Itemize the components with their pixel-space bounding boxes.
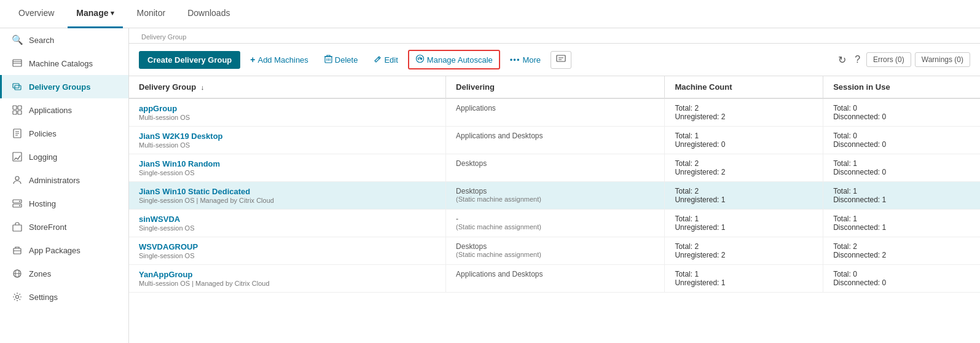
sidebar-item-logging[interactable]: Logging <box>0 145 128 168</box>
svg-point-25 <box>16 296 19 299</box>
sidebar-item-delivery-groups[interactable]: Delivery Groups <box>0 75 128 98</box>
edit-icon <box>374 55 382 65</box>
cell-machines-sinWSVDA: Total: 1 Unregistered: 1 <box>665 210 823 237</box>
row-subtitle: Multi-session OS | Managed by Citrix Clo… <box>139 280 436 287</box>
sort-arrow: ↓ <box>201 84 205 91</box>
cell-name-sinWSVDA: sinWSVDA Single-session OS <box>129 210 446 237</box>
nav-downloads[interactable]: Downloads <box>179 0 238 28</box>
cell-name-yanAppGroup: YanAppGroup Multi-session OS | Managed b… <box>129 265 446 293</box>
table-row[interactable]: JianS Win10 Static Dedicated Single-sess… <box>129 182 980 210</box>
cell-sessions-appGroup: Total: 0 Disconnected: 0 <box>823 98 980 127</box>
search-icon: 🔍 <box>12 34 23 45</box>
table-row[interactable]: JianS W2K19 Desktop Multi-session OS App… <box>129 127 980 154</box>
row-name: JianS W2K19 Desktop <box>139 132 436 141</box>
policies-icon <box>12 128 23 139</box>
cell-sessions-jiansWin10Random: Total: 1 Disconnected: 0 <box>823 154 980 182</box>
cell-delivering-yanAppGroup: Applications and Desktops <box>446 265 665 293</box>
cell-machines-yanAppGroup: Total: 1 Unregistered: 1 <box>665 265 823 293</box>
applications-icon <box>12 104 23 116</box>
svg-point-18 <box>19 205 20 207</box>
table-container: Delivery Group ↓ Delivering Machine Coun… <box>129 76 980 343</box>
sidebar-item-hosting[interactable]: Hosting <box>0 192 128 215</box>
breadcrumb-bar: Delivery Group <box>129 28 980 44</box>
svg-rect-6 <box>18 106 22 109</box>
table-row[interactable]: WSVDAGROUP Single-session OS Desktops (S… <box>129 237 980 265</box>
delete-icon <box>324 55 332 65</box>
row-name: JianS Win10 Static Dedicated <box>139 187 436 196</box>
message-button[interactable] <box>551 51 571 69</box>
delivery-groups-icon <box>12 81 23 92</box>
sidebar-item-machine-catalogs[interactable]: Machine Catalogs <box>0 52 128 75</box>
more-icon: ••• <box>510 55 520 65</box>
cell-name-jiansW2K19Desktop: JianS W2K19 Desktop Multi-session OS <box>129 127 446 154</box>
row-subtitle: Single-session OS | Managed by Citrix Cl… <box>139 197 436 204</box>
storefront-icon <box>12 221 23 232</box>
table-header-row: Delivery Group ↓ Delivering Machine Coun… <box>129 76 980 98</box>
svg-rect-33 <box>557 55 565 61</box>
add-icon: + <box>250 55 255 65</box>
breadcrumb: Delivery Group <box>141 33 968 41</box>
cell-delivering-sinWSVDA: - (Static machine assignment) <box>446 210 665 237</box>
col-session-in-use[interactable]: Session in Use <box>823 76 980 98</box>
cell-sessions-wsvdagroup: Total: 2 Disconnected: 2 <box>823 237 980 265</box>
autoscale-icon <box>415 54 425 65</box>
svg-point-14 <box>15 176 19 180</box>
nav-overview[interactable]: Overview <box>10 0 63 28</box>
more-button[interactable]: ••• More <box>504 52 547 68</box>
cell-sessions-yanAppGroup: Total: 0 Disconnected: 0 <box>823 265 980 293</box>
svg-rect-19 <box>13 225 22 231</box>
nav-manage[interactable]: Manage ▾ <box>68 0 123 28</box>
cell-machines-appGroup: Total: 2 Unregistered: 2 <box>665 98 823 127</box>
table-row[interactable]: sinWSVDA Single-session OS - (Static mac… <box>129 210 980 237</box>
row-subtitle: Single-session OS <box>139 224 436 232</box>
svg-rect-5 <box>13 106 17 109</box>
sidebar-item-settings[interactable]: Settings <box>0 285 128 309</box>
sidebar-item-app-packages[interactable]: App Packages <box>0 239 128 262</box>
cell-delivering-jiansWin10Random: Desktops <box>446 154 665 182</box>
svg-rect-8 <box>18 111 22 114</box>
sidebar-item-zones[interactable]: Zones <box>0 262 128 285</box>
row-subtitle: Single-session OS <box>139 252 436 259</box>
sidebar-item-policies[interactable]: Policies <box>0 122 128 145</box>
sidebar-item-administrators[interactable]: Administrators <box>0 168 128 192</box>
refresh-button[interactable]: ↻ <box>836 52 849 68</box>
table-row[interactable]: appGroup Multi-session OS Applications T… <box>129 98 980 127</box>
svg-rect-7 <box>13 111 17 114</box>
delete-button[interactable]: Delete <box>318 51 364 69</box>
col-delivery-group[interactable]: Delivery Group ↓ <box>129 76 446 98</box>
cell-delivering-wsvdagroup: Desktops (Static machine assignment) <box>446 237 665 265</box>
table-row[interactable]: JianS Win10 Random Single-session OS Des… <box>129 154 980 182</box>
row-name: YanAppGroup <box>139 270 436 279</box>
hosting-icon <box>12 198 23 209</box>
row-name: sinWSVDA <box>139 215 436 224</box>
warnings-badge[interactable]: Warnings (0) <box>915 52 970 67</box>
logging-icon <box>12 151 23 162</box>
cell-machines-jiansWin10Random: Total: 2 Unregistered: 2 <box>665 154 823 182</box>
col-machine-count[interactable]: Machine Count <box>665 76 823 98</box>
settings-icon <box>12 291 23 302</box>
cell-sessions-sinWSVDA: Total: 1 Disconnected: 1 <box>823 210 980 237</box>
sidebar-item-applications[interactable]: Applications <box>0 98 128 122</box>
table-row[interactable]: YanAppGroup Multi-session OS | Managed b… <box>129 265 980 293</box>
help-button[interactable]: ? <box>852 52 863 68</box>
cell-machines-jiansW2K19Desktop: Total: 1 Unregistered: 0 <box>665 127 823 154</box>
manage-dropdown-arrow: ▾ <box>111 9 114 17</box>
row-subtitle: Multi-session OS <box>139 141 436 149</box>
row-name: appGroup <box>139 104 436 113</box>
cell-name-jiansWin10Random: JianS Win10 Random Single-session OS <box>129 154 446 182</box>
cell-name-appGroup: appGroup Multi-session OS <box>129 98 446 127</box>
sidebar-item-storefront[interactable]: StoreFront <box>0 215 128 239</box>
add-machines-button[interactable]: + Add Machines <box>244 51 315 68</box>
errors-badge[interactable]: Errors (0) <box>866 52 911 67</box>
main-layout: 🔍 Search Machine Catalogs Delivery Group… <box>0 28 980 343</box>
sidebar-item-search[interactable]: 🔍 Search <box>0 28 128 52</box>
content-area: Delivery Group Create Delivery Group + A… <box>129 28 980 343</box>
toolbar-right: ↻ ? Errors (0) Warnings (0) <box>836 52 970 68</box>
delivery-groups-table: Delivery Group ↓ Delivering Machine Coun… <box>129 76 980 293</box>
edit-button[interactable]: Edit <box>367 51 404 68</box>
col-delivering[interactable]: Delivering <box>446 76 665 98</box>
manage-autoscale-button[interactable]: Manage Autoscale <box>408 50 500 69</box>
cell-machines-wsvdagroup: Total: 2 Unregistered: 2 <box>665 237 823 265</box>
create-delivery-group-button[interactable]: Create Delivery Group <box>139 51 240 69</box>
nav-monitor[interactable]: Monitor <box>128 0 174 28</box>
